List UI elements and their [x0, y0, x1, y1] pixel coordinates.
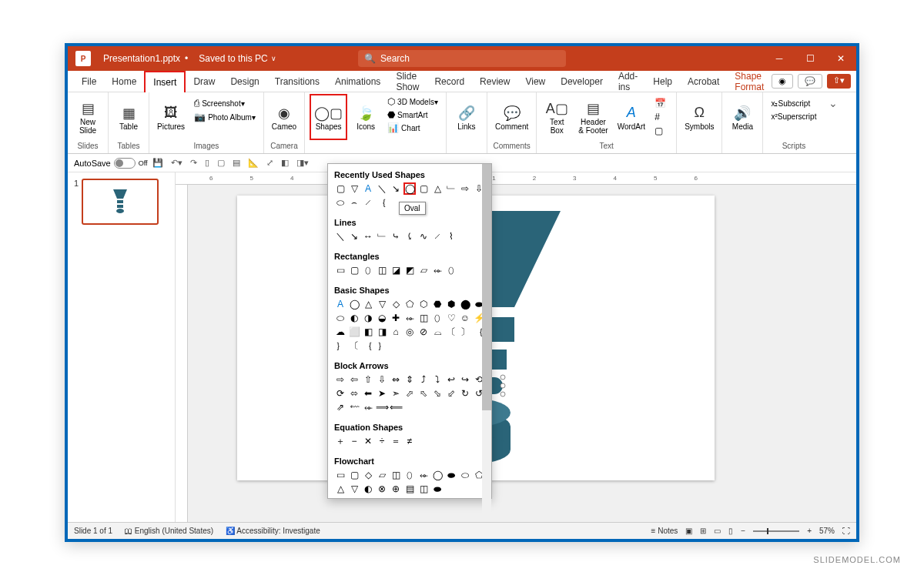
tab-review[interactable]: Review	[472, 71, 517, 92]
qat-icon[interactable]: 📐	[245, 158, 262, 168]
shape-basic[interactable]: ◑	[362, 312, 374, 324]
tab-slideshow[interactable]: Slide Show	[388, 71, 427, 92]
shape-flow[interactable]: ◫	[417, 483, 430, 495]
shape-rect[interactable]: ▢	[348, 264, 360, 276]
tab-design[interactable]: Design	[223, 71, 266, 92]
shape-rectangle[interactable]: ▢	[334, 182, 346, 195]
zoom-in-icon[interactable]: +	[807, 527, 812, 535]
shape-arrow[interactable]: ⬁	[417, 387, 430, 400]
shape-basic[interactable]: ⬡	[417, 298, 430, 310]
comments-toggle[interactable]: 💬	[798, 74, 822, 89]
object-button[interactable]: ▢	[651, 125, 671, 137]
shape-basic[interactable]: ｛	[362, 340, 374, 352]
date-time-button[interactable]: 📅	[651, 97, 671, 109]
shape-flow[interactable]: ⬰	[417, 469, 430, 481]
shape-flow[interactable]: ⬬	[445, 469, 457, 481]
slideshow-view-icon[interactable]: ▯	[728, 527, 733, 535]
qat-icon[interactable]: ▯	[202, 158, 213, 168]
tab-draw[interactable]: Draw	[186, 71, 223, 92]
shape-basic[interactable]: ⌂	[390, 326, 402, 338]
shape-arrow[interactable]: ⇕	[403, 373, 416, 386]
comment-button[interactable]: 💬 Comment	[492, 94, 531, 140]
shape-arrow[interactable]: ↪	[459, 373, 471, 386]
shape-rect[interactable]: ◩	[403, 264, 416, 276]
shape-oval[interactable]: ◯	[403, 182, 416, 195]
shape-line[interactable]: ⤷	[390, 230, 402, 243]
shape-basic[interactable]: ☁	[334, 326, 346, 338]
shape-arrow[interactable]: ⬄	[348, 387, 360, 400]
shape-arrow[interactable]: ⬅	[362, 387, 374, 400]
shape-flow[interactable]: ◐	[362, 483, 374, 495]
shape-arrow[interactable]: ⬀	[403, 387, 416, 400]
sorter-view-icon[interactable]: ⊞	[700, 527, 706, 535]
tab-acrobat[interactable]: Acrobat	[680, 71, 727, 92]
shape-line[interactable]: ↔	[362, 230, 374, 243]
maximize-button[interactable]: ☐	[795, 46, 825, 71]
shape-flow[interactable]: ▭	[334, 469, 346, 481]
shape-rect[interactable]: ▭	[334, 264, 346, 276]
pictures-button[interactable]: 🖼 Pictures	[154, 94, 188, 140]
shape-line-arrow[interactable]: ↘	[390, 182, 402, 195]
tab-animations[interactable]: Animations	[327, 71, 388, 92]
notes-button[interactable]: ≡ Notes	[651, 527, 678, 535]
shape-basic[interactable]: ⬣	[431, 298, 444, 310]
shape-arrow[interactable]: ⬂	[431, 387, 444, 400]
shape-basic[interactable]: ⬜	[348, 326, 360, 338]
slide-counter[interactable]: Slide 1 of 1	[74, 527, 112, 535]
icons-button[interactable]: 🍃 Icons	[350, 94, 381, 140]
tab-shape-format[interactable]: Shape Format	[727, 71, 772, 92]
undo-icon[interactable]: ↶▾	[168, 158, 186, 168]
shape-arrow[interactable]: ⇩	[376, 373, 388, 386]
shape-basic[interactable]: 〔	[445, 326, 457, 338]
chevron-down-icon[interactable]: ∨	[271, 55, 276, 62]
shape-rect[interactable]: ◫	[376, 264, 388, 276]
shape-arrow[interactable]: ⟸	[390, 401, 402, 413]
shape-basic[interactable]: ⊘	[417, 326, 430, 338]
shape-eq[interactable]: ≠	[403, 435, 416, 447]
autosave-toggle[interactable]: AutoSave Off	[74, 158, 148, 169]
shape-flow[interactable]: △	[334, 483, 346, 495]
shape-arrow[interactable]: ➣	[390, 387, 402, 400]
shape-line[interactable]: ＼	[376, 182, 388, 195]
save-status[interactable]: Saved to this PC	[199, 53, 267, 64]
shape-arrow[interactable]: ↻	[459, 387, 471, 400]
shape-rounded-rect[interactable]: ▢	[417, 182, 430, 195]
links-button[interactable]: 🔗 Links	[451, 94, 482, 140]
shape-flow[interactable]: ◯	[431, 469, 444, 481]
shape-flow[interactable]: ⬯	[403, 469, 416, 481]
qat-icon[interactable]: ◧	[278, 158, 292, 168]
shape-basic[interactable]: ☺	[459, 312, 471, 324]
shape-rect[interactable]: ⬯	[362, 264, 374, 276]
shape-basic[interactable]: ♡	[445, 312, 457, 324]
shape-arrow[interactable]: ⤴	[417, 373, 430, 386]
shape-flow[interactable]: ⊗	[376, 483, 388, 495]
shape-flow[interactable]: ⊕	[390, 483, 402, 495]
shape-arrow[interactable]: ⇨	[334, 373, 346, 386]
shape-brace[interactable]: ｛	[376, 196, 388, 209]
shape-basic[interactable]: ◐	[348, 312, 360, 324]
shape-flow[interactable]: ⬭	[459, 469, 471, 481]
shape-curve[interactable]: ⟋	[362, 196, 374, 209]
tab-record[interactable]: Record	[427, 71, 472, 92]
shape-line[interactable]: ↘	[348, 230, 360, 243]
tab-addins[interactable]: Add-ins	[611, 71, 645, 92]
shape-bracket[interactable]: ⌢	[348, 196, 360, 209]
shape-basic[interactable]: △	[362, 298, 374, 310]
smartart-button[interactable]: ⬣SmartArt	[384, 109, 441, 121]
collapse-ribbon-icon[interactable]: ⌄	[824, 92, 842, 153]
shape-rect[interactable]: ⬯	[445, 264, 457, 276]
shape-basic[interactable]: 〔	[348, 340, 360, 352]
shape-rect[interactable]: ⬰	[431, 264, 444, 276]
shape-triangle[interactable]: △	[431, 182, 444, 195]
tab-file[interactable]: File	[74, 71, 104, 92]
new-slide-button[interactable]: ▤ New Slide	[72, 94, 103, 140]
3d-models-button[interactable]: ⬡3D Models ▾	[384, 95, 441, 108]
shape-arrow[interactable]: ⇗	[334, 401, 346, 413]
shape-arrow[interactable]: ⇧	[362, 373, 374, 386]
shape-flow[interactable]: ⬬	[431, 483, 444, 495]
shapes-button[interactable]: ◯▢ Shapes	[310, 94, 347, 140]
shape-basic[interactable]: ✚	[390, 312, 402, 324]
qat-icon[interactable]: ▤	[229, 158, 243, 168]
accessibility-status[interactable]: ♿ Accessibility: Investigate	[226, 527, 320, 535]
redo-icon[interactable]: ↷	[187, 158, 200, 168]
